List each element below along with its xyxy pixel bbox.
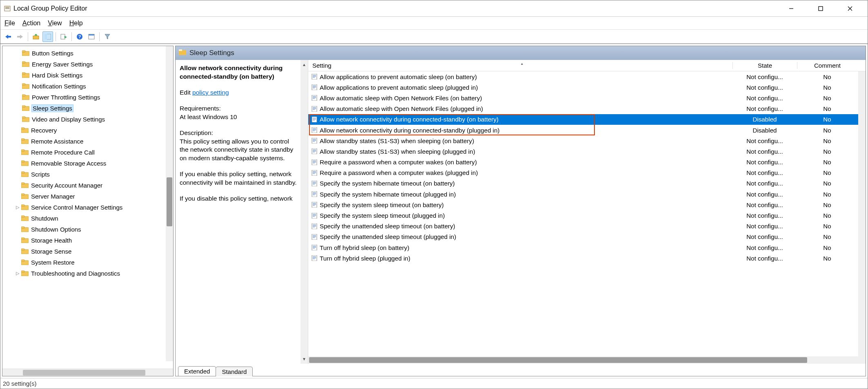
tree-item[interactable]: Shutdown bbox=[2, 213, 173, 224]
close-button[interactable] bbox=[841, 2, 859, 15]
policy-name: Turn off hybrid sleep (plugged in) bbox=[319, 255, 732, 262]
policy-row[interactable]: Allow automatic sleep with Open Network … bbox=[308, 104, 866, 114]
tree-item-label: Troubleshooting and Diagnostics bbox=[31, 270, 120, 277]
tab-extended[interactable]: Extended bbox=[178, 366, 216, 376]
tree-item-label: Security Account Manager bbox=[31, 182, 102, 189]
tree-item[interactable]: System Restore bbox=[2, 257, 173, 268]
svg-rect-44 bbox=[21, 161, 24, 162]
menu-help[interactable]: Help bbox=[69, 20, 83, 27]
tree-item[interactable]: Button Settings bbox=[2, 48, 173, 59]
up-button[interactable] bbox=[31, 31, 41, 42]
policy-icon bbox=[310, 148, 319, 154]
policy-row[interactable]: Specify the system sleep timeout (on bat… bbox=[308, 199, 866, 210]
menu-action[interactable]: Action bbox=[22, 20, 40, 27]
tree-item[interactable]: Security Account Manager bbox=[2, 180, 173, 191]
policy-state: Not configu... bbox=[732, 255, 797, 262]
policy-icon bbox=[310, 223, 319, 229]
menu-file[interactable]: File bbox=[4, 20, 15, 27]
tree-pane: Button SettingsEnergy Saver SettingsHard… bbox=[2, 46, 174, 376]
show-hide-tree-button[interactable] bbox=[42, 31, 53, 42]
policy-row[interactable]: Specify the system hibernate timeout (pl… bbox=[308, 189, 866, 199]
policy-name: Specify the unattended sleep timeout (on… bbox=[319, 223, 732, 230]
svg-rect-64 bbox=[21, 271, 24, 272]
tree-item[interactable]: ▷Troubleshooting and Diagnostics bbox=[2, 268, 173, 279]
policy-row[interactable]: Allow network connectivity during connec… bbox=[308, 125, 866, 135]
list-hscrollbar[interactable] bbox=[308, 356, 866, 364]
properties-button[interactable] bbox=[86, 31, 97, 42]
maximize-button[interactable] bbox=[811, 2, 830, 15]
policy-name: Require a password when a computer wakes… bbox=[319, 159, 732, 166]
policy-row[interactable]: Require a password when a computer wakes… bbox=[308, 157, 866, 168]
policy-comment: No bbox=[797, 201, 857, 208]
tree-item[interactable]: Power Throttling Settings bbox=[2, 92, 173, 103]
tree-item[interactable]: Remote Assistance bbox=[2, 136, 173, 147]
folder-icon bbox=[21, 182, 29, 189]
tree-item[interactable]: Hard Disk Settings bbox=[2, 70, 173, 81]
scroll-down-icon[interactable]: ▼ bbox=[302, 357, 306, 361]
policy-state: Not configu... bbox=[732, 159, 797, 166]
policy-name: Allow standby states (S1-S3) when sleepi… bbox=[319, 137, 732, 144]
requirements-value: At least Windows 10 bbox=[180, 113, 297, 122]
policy-row[interactable]: Allow applications to prevent automatic … bbox=[308, 71, 866, 82]
tree-item[interactable]: Energy Saver Settings bbox=[2, 59, 173, 70]
list-vscrollbar[interactable] bbox=[858, 71, 866, 356]
col-setting[interactable]: Setting▲ bbox=[308, 62, 732, 69]
tree-item[interactable]: ▷Service Control Manager Settings bbox=[2, 202, 173, 213]
policy-name: Allow network connectivity during connec… bbox=[319, 116, 732, 123]
policy-row[interactable]: Turn off hybrid sleep (plugged in)Not co… bbox=[308, 253, 866, 263]
filter-button[interactable] bbox=[102, 31, 113, 42]
desc-vscrollbar[interactable]: ▲ ▼ bbox=[300, 60, 308, 364]
tree-item-label: Video and Display Settings bbox=[32, 116, 105, 123]
tree-item[interactable]: Server Manager bbox=[2, 191, 173, 202]
policy-row[interactable]: Allow standby states (S1-S3) when sleepi… bbox=[308, 135, 866, 146]
tree-item-label: Removable Storage Access bbox=[31, 160, 106, 167]
scroll-up-icon[interactable]: ▲ bbox=[302, 62, 306, 67]
tree-item[interactable]: Removable Storage Access bbox=[2, 158, 173, 169]
tab-standard[interactable]: Standard bbox=[216, 367, 253, 376]
minimize-button[interactable] bbox=[782, 2, 801, 15]
export-button[interactable] bbox=[58, 31, 69, 42]
tree-item[interactable]: Sleep Settings bbox=[2, 103, 173, 114]
policy-row[interactable]: Allow automatic sleep with Open Network … bbox=[308, 93, 866, 103]
policy-row[interactable]: Specify the system hibernate timeout (on… bbox=[308, 178, 866, 189]
help-button[interactable]: ? bbox=[74, 31, 85, 42]
description-text1: This policy setting allows you to contro… bbox=[180, 137, 297, 163]
tree-item[interactable]: Storage Sense bbox=[2, 246, 173, 257]
tree-item[interactable]: Shutdown Options bbox=[2, 224, 173, 235]
folder-icon bbox=[179, 49, 186, 57]
tree-vscrollbar[interactable] bbox=[166, 46, 173, 361]
policy-row[interactable]: Specify the unattended sleep timeout (pl… bbox=[308, 232, 866, 242]
policy-icon bbox=[310, 170, 319, 176]
policy-row[interactable]: Allow applications to prevent automatic … bbox=[308, 82, 866, 93]
policy-name: Allow automatic sleep with Open Network … bbox=[319, 105, 732, 112]
policy-row[interactable]: Specify the system sleep timeout (plugge… bbox=[308, 210, 866, 221]
expand-icon[interactable]: ▷ bbox=[14, 205, 21, 210]
policy-comment: No bbox=[797, 84, 857, 91]
tree-item[interactable]: Scripts bbox=[2, 169, 173, 180]
policy-row[interactable]: Specify the unattended sleep timeout (on… bbox=[308, 221, 866, 232]
back-button[interactable] bbox=[3, 31, 13, 42]
col-state[interactable]: State bbox=[732, 62, 797, 69]
folder-icon bbox=[21, 270, 29, 277]
tree-hscrollbar[interactable] bbox=[2, 369, 173, 376]
policy-state: Not configu... bbox=[732, 244, 797, 251]
edit-policy-link[interactable]: policy setting bbox=[192, 89, 229, 96]
col-comment[interactable]: Comment bbox=[797, 62, 857, 69]
sort-asc-icon: ▲ bbox=[521, 62, 524, 66]
policy-row[interactable]: Turn off hybrid sleep (on battery)Not co… bbox=[308, 242, 866, 253]
tree-item[interactable]: Notification Settings bbox=[2, 81, 173, 92]
svg-rect-11 bbox=[17, 36, 20, 38]
tree-item[interactable]: Recovery bbox=[2, 125, 173, 136]
forward-button[interactable] bbox=[15, 31, 25, 42]
expand-icon[interactable]: ▷ bbox=[14, 271, 21, 276]
tree-item[interactable]: Remote Procedure Call bbox=[2, 147, 173, 158]
policy-row[interactable]: Allow standby states (S1-S3) when sleepi… bbox=[308, 146, 866, 157]
policy-row[interactable]: Allow network connectivity during connec… bbox=[308, 114, 866, 125]
policy-comment: No bbox=[797, 169, 857, 176]
tree-item[interactable]: Video and Display Settings bbox=[2, 114, 173, 125]
tree-item[interactable]: Storage Health bbox=[2, 235, 173, 246]
menu-view[interactable]: View bbox=[48, 20, 62, 27]
folder-icon bbox=[22, 105, 29, 112]
policy-name: Turn off hybrid sleep (on battery) bbox=[319, 244, 732, 251]
policy-row[interactable]: Require a password when a computer wakes… bbox=[308, 168, 866, 178]
